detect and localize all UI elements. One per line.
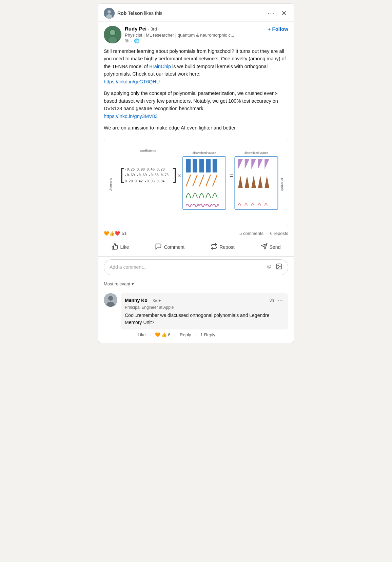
post-header: Rudy Pei · 3rd+ + Follow Physicist | ML … xyxy=(98,22,294,43)
liker-action: likes this xyxy=(144,11,162,16)
separator4: | xyxy=(175,332,176,337)
image-icon[interactable] xyxy=(276,263,282,272)
svg-point-38 xyxy=(108,296,113,301)
reaction-emoji-3: ❤️ xyxy=(115,231,120,236)
separator5: · xyxy=(195,332,196,337)
comment-icon xyxy=(155,243,162,252)
comment-reactions: 🧡 👍 6 xyxy=(155,332,170,337)
post-paragraph-3: We are on a mission to make edge AI even… xyxy=(104,124,288,132)
sort-label: Most relevant xyxy=(104,281,130,286)
math-diagram: coefficients channels [ ] -0.25 0.90 0.4… xyxy=(104,140,288,226)
comment-count: 5 comments xyxy=(239,231,263,236)
send-label: Send xyxy=(270,244,281,250)
comment-input-icons: ☺ xyxy=(266,263,282,272)
comment-more-button[interactable]: ⋯ xyxy=(276,297,284,304)
svg-rect-22 xyxy=(206,159,211,172)
svg-rect-21 xyxy=(199,159,204,172)
author-avatar-inner xyxy=(104,26,121,43)
sort-section[interactable]: Most relevant ▾ xyxy=(98,279,294,288)
reaction-emoji-2: 👍 xyxy=(109,231,115,236)
reaction-count: 51 xyxy=(122,231,126,236)
emoji-icon[interactable]: ☺ xyxy=(266,263,272,272)
repost-count: 6 reposts xyxy=(270,231,288,236)
svg-rect-19 xyxy=(186,159,191,172)
post-content: Still remember learning about polynomial… xyxy=(98,43,294,139)
svg-text:×: × xyxy=(178,173,181,179)
comment-avatar xyxy=(104,293,117,307)
link1[interactable]: https://lnkd.in/gcGT6QHU xyxy=(104,79,160,84)
comment-label: Comment xyxy=(164,244,184,250)
post-paragraph-1: Still remember learning about polynomial… xyxy=(104,47,288,85)
replies-count: 1 Reply xyxy=(200,332,215,337)
reaction-bar: 🧡 👍 ❤️ 51 5 comments · 6 reposts xyxy=(98,229,294,238)
comment-input-box[interactable]: Add a comment... ☺ xyxy=(104,259,288,275)
send-button[interactable]: Send xyxy=(255,240,286,255)
svg-text:discretized values: discretized values xyxy=(193,151,216,155)
linkedin-post-card: Rob Telson likes this ⋯ ✕ xyxy=(98,3,294,343)
author-info: Rudy Pei · 3rd+ + Follow Physicist | ML … xyxy=(125,26,288,43)
comment-input-area: Add a comment... ☺ xyxy=(98,257,294,279)
svg-text:-0.25  0.90  0.46  0.20: -0.25 0.90 0.46 0.20 xyxy=(125,167,165,171)
svg-text:0.20   0.42  -0.96  0.94: 0.20 0.42 -0.96 0.94 xyxy=(125,179,165,183)
comment-button[interactable]: Comment xyxy=(150,240,190,255)
comment-author-row: Manny Ko · 3rd+ xyxy=(125,297,161,303)
math-diagram-svg: coefficients channels [ ] -0.25 0.90 0.4… xyxy=(108,146,284,220)
follow-button[interactable]: + Follow xyxy=(268,26,288,32)
time-ago: 9h xyxy=(125,39,129,43)
more-options-button[interactable]: ⋯ xyxy=(266,8,276,19)
reactions-right: 5 comments · 6 reposts xyxy=(239,231,288,236)
author-degree: · 3rd+ xyxy=(148,26,160,32)
action-bar: Like Comment Repost xyxy=(98,238,294,256)
svg-text:discretized values: discretized values xyxy=(244,151,268,155)
comment-author-degree: · 3rd+ xyxy=(150,298,161,303)
separator2: · xyxy=(266,231,268,236)
comment-body: Manny Ko · 3rd+ 8h ⋯ Principal Engineer … xyxy=(121,293,288,329)
separator3: · xyxy=(150,332,151,337)
author-name: Rudy Pei xyxy=(125,26,146,32)
comment-text: Cool..remember we discussed orthogonal p… xyxy=(125,312,284,326)
like-label: Like xyxy=(120,244,129,250)
post-image: coefficients channels [ ] -0.25 0.90 0.4… xyxy=(104,140,288,226)
comment-input-placeholder: Add a comment... xyxy=(110,264,147,270)
top-bar: Rob Telson likes this ⋯ ✕ xyxy=(98,4,294,22)
top-bar-text: Rob Telson likes this xyxy=(117,11,162,16)
svg-text:channels: channels xyxy=(280,178,284,191)
close-button[interactable]: ✕ xyxy=(280,8,288,19)
svg-rect-20 xyxy=(193,159,197,172)
reply-button[interactable]: Reply xyxy=(180,332,191,337)
svg-text:]: ] xyxy=(173,165,177,183)
comment-author-name: Manny Ko xyxy=(125,298,148,303)
comment-item: Manny Ko · 3rd+ 8h ⋯ Principal Engineer … xyxy=(104,293,288,337)
svg-point-6 xyxy=(110,30,115,35)
svg-text:coefficients: coefficients xyxy=(140,149,156,153)
comment-header: Manny Ko · 3rd+ 8h ⋯ xyxy=(125,297,284,304)
brainchip-link[interactable]: BrainChip xyxy=(149,64,171,69)
svg-point-7 xyxy=(108,37,117,43)
comment-time: 8h ⋯ xyxy=(270,297,284,304)
svg-rect-23 xyxy=(213,159,217,172)
top-bar-left: Rob Telson likes this xyxy=(104,8,162,19)
like-button[interactable]: Like xyxy=(106,240,135,255)
repost-label: Repost xyxy=(219,244,234,250)
post-paragraph-2: By applying only the concept of polynomi… xyxy=(104,89,288,120)
comment-headline: Principal Engineer at Apple xyxy=(125,305,284,310)
author-avatar xyxy=(104,26,121,43)
globe-icon: 🌐 xyxy=(134,38,139,43)
sort-chevron-icon: ▾ xyxy=(132,281,134,286)
reactions-left: 🧡 👍 ❤️ 51 xyxy=(104,231,126,236)
comment-time-ago: 8h xyxy=(270,298,274,303)
author-meta: 9h · 🌐 xyxy=(125,38,288,43)
comment-actions: Like · 🧡 👍 6 | Reply · 1 Reply xyxy=(121,332,288,337)
svg-text:channels: channels xyxy=(109,178,112,191)
link2[interactable]: https://lnkd.in/gny3MV83 xyxy=(104,114,158,119)
comment-like-button[interactable]: Like xyxy=(138,332,146,337)
liker-name: Rob Telson xyxy=(117,11,143,16)
comment-reaction-1: 🧡 xyxy=(155,332,160,337)
comment-avatar-inner xyxy=(104,293,117,307)
repost-button[interactable]: Repost xyxy=(205,240,240,255)
svg-point-1 xyxy=(107,10,111,14)
like-icon xyxy=(112,243,118,252)
liker-avatar xyxy=(104,8,115,19)
author-name-row: Rudy Pei · 3rd+ + Follow xyxy=(125,26,288,32)
svg-point-36 xyxy=(278,265,279,266)
